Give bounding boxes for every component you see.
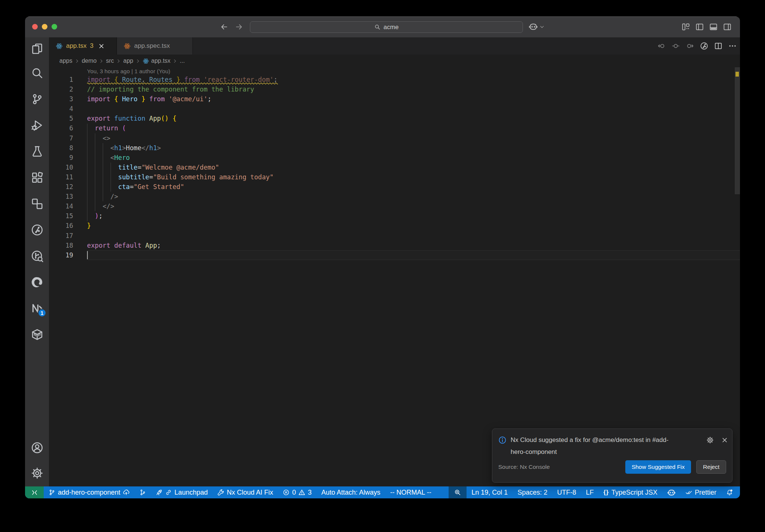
nav-arrows (220, 23, 243, 31)
code-line-14[interactable]: 14 </> (49, 201, 740, 211)
toggle-primary-sidebar-button[interactable] (696, 23, 704, 31)
status-label: -- NORMAL -- (390, 489, 431, 497)
split-editor-button[interactable] (714, 42, 722, 50)
code-line-12[interactable]: 12 cta="Get Started" (49, 182, 740, 192)
copilot-menu-button[interactable] (529, 22, 545, 31)
activity-bar-item-search[interactable] (25, 60, 49, 86)
code-token: import (87, 95, 114, 103)
code-line-2[interactable]: 2// importing the component from the lib… (49, 84, 740, 94)
code-line-17[interactable]: 17 (49, 231, 740, 241)
code-line-15[interactable]: 15 ); (49, 211, 740, 221)
code-line-5[interactable]: 5export function App() { (49, 114, 740, 123)
code-editor[interactable]: You, 3 hours ago | 1 author (You) 1impor… (49, 67, 740, 486)
reject-button[interactable]: Reject (696, 460, 726, 474)
gitlens-open-next-revision-button[interactable] (686, 42, 694, 50)
code-token: h1 (149, 144, 157, 152)
code-line-8[interactable]: 8 <h1>Home</h1> (49, 143, 740, 153)
status-copilot-status[interactable] (662, 486, 681, 498)
activity-bar-item-edge-devtools[interactable] (25, 269, 49, 295)
activity-bar-item-run-and-debug[interactable] (25, 112, 49, 138)
status-language-mode[interactable]: {}TypeScript JSX (598, 486, 662, 498)
go-forward-button[interactable] (235, 23, 243, 31)
gitlens-file-history-button[interactable] (700, 42, 708, 50)
status-eol[interactable]: LF (581, 486, 598, 498)
notification-settings-button[interactable] (706, 436, 714, 444)
status-auto-attach[interactable]: Auto Attach: Always (316, 486, 385, 498)
zoom-window-button[interactable] (52, 24, 57, 30)
activity-bar-item-manage[interactable] (25, 460, 49, 486)
code-line-1[interactable]: 1import { Route, Routes } from 'react-ro… (49, 75, 740, 84)
minimize-window-button[interactable] (42, 24, 47, 30)
status-git-graph[interactable] (134, 486, 151, 498)
customize-layout-button[interactable] (682, 23, 690, 31)
status-cursor-position[interactable]: Ln 19, Col 1 (467, 486, 512, 498)
tab-close-button[interactable] (98, 43, 105, 50)
code-line-7[interactable]: 7 <> (49, 133, 740, 143)
code-line-13[interactable]: 13 /> (49, 192, 740, 201)
code-line-4[interactable]: 4 (49, 104, 740, 114)
breadcrumb-item-demo[interactable]: demo (82, 58, 97, 64)
status-label: 0 (292, 489, 296, 497)
command-center-search[interactable]: acme (250, 21, 523, 33)
status-encoding[interactable]: UTF-8 (552, 486, 581, 498)
status-indentation[interactable]: Spaces: 2 (512, 486, 552, 498)
extensions-icon (31, 171, 43, 184)
code-line-10[interactable]: 10 title="Welcmoe @acme/demo" (49, 163, 740, 172)
toggle-panel-button[interactable] (709, 23, 718, 31)
editor-scrollbar[interactable] (735, 67, 740, 194)
status-gitlens-launchpad[interactable]: Launchpad (151, 486, 213, 498)
activity-bar-item-accounts[interactable] (25, 435, 49, 460)
status-nx-cloud-ai-fix[interactable]: Nx Cloud AI Fix (213, 486, 278, 498)
line-number: 5 (49, 114, 73, 123)
status-vim-mode[interactable]: -- NORMAL -- (385, 486, 436, 498)
show-suggested-fix-button[interactable]: Show Suggested Fix (625, 460, 691, 474)
more-actions-button[interactable] (728, 42, 737, 50)
code-line-19[interactable]: 19 (49, 250, 740, 260)
gitlens-open-current-revision-button[interactable] (672, 42, 680, 50)
close-window-button[interactable] (32, 24, 38, 30)
notification-close-button[interactable] (721, 436, 728, 444)
code-line-11[interactable]: 11 subtitle="Build something amazing tod… (49, 172, 740, 182)
code-line-9[interactable]: 9 <Hero (49, 153, 740, 163)
line-number: 11 (49, 172, 73, 182)
activity-bar-item-explorer[interactable] (25, 37, 49, 60)
breadcrumb-item-src[interactable]: src (106, 58, 114, 64)
activity-bar-item-gitlens[interactable] (25, 217, 49, 243)
tab-app.tsx[interactable]: app.tsx3 (49, 37, 117, 55)
activity-bar-item-testing[interactable] (25, 138, 49, 164)
activity-bar-item-gitlens-inspect[interactable] (25, 243, 49, 269)
activity-bar-item-remote-explorer[interactable] (25, 191, 49, 217)
search-value: acme (384, 24, 399, 31)
status-label: UTF-8 (557, 489, 576, 497)
go-back-button[interactable] (220, 23, 228, 31)
remote-indicator[interactable] (25, 486, 44, 498)
status-problems[interactable]: 03 (278, 486, 316, 498)
status-notifications[interactable] (721, 486, 738, 498)
tab-app.spec.tsx[interactable]: app.spec.tsx (117, 37, 192, 55)
files-icon (31, 43, 43, 55)
breadcrumb-item-apps[interactable]: apps (59, 58, 72, 64)
gitlens-open-previous-revision-button[interactable] (657, 42, 666, 50)
gitlens-inspect-icon (31, 250, 43, 262)
activity-bar-item-source-control[interactable] (25, 86, 49, 112)
notification-message: Nx Cloud suggested a fix for @acme/demo:… (511, 434, 675, 458)
gitlens-blame-annotation[interactable]: You, 3 hours ago | 1 author (You) (49, 67, 740, 75)
status-label: Spaces: 2 (517, 489, 547, 497)
status-prettier[interactable]: Prettier (681, 486, 721, 498)
activity-bar-item-extensions[interactable] (25, 164, 49, 191)
activity-bar-item-containers[interactable] (25, 321, 49, 347)
status-label: LF (586, 489, 594, 497)
code-line-16[interactable]: 16} (49, 221, 740, 231)
code-line-6[interactable]: 6 return ( (49, 123, 740, 133)
activity-bar-items: 1 (25, 37, 49, 347)
code-line-3[interactable]: 3import { Hero } from '@acme/ui'; (49, 94, 740, 104)
breadcrumb-tail[interactable]: ... (180, 58, 185, 64)
status-git-branch-status[interactable]: add-hero-component (44, 486, 134, 498)
line-number: 1 (49, 75, 73, 84)
breadcrumb-item-app[interactable]: app (123, 58, 133, 64)
code-line-18[interactable]: 18export default App; (49, 241, 740, 250)
toggle-secondary-sidebar-button[interactable] (723, 23, 731, 31)
activity-bar-item-nx-console[interactable]: 1 (25, 295, 49, 321)
breadcrumb-item-file[interactable]: app.tsx (151, 58, 171, 64)
status-zoom-indicator[interactable] (449, 486, 467, 498)
